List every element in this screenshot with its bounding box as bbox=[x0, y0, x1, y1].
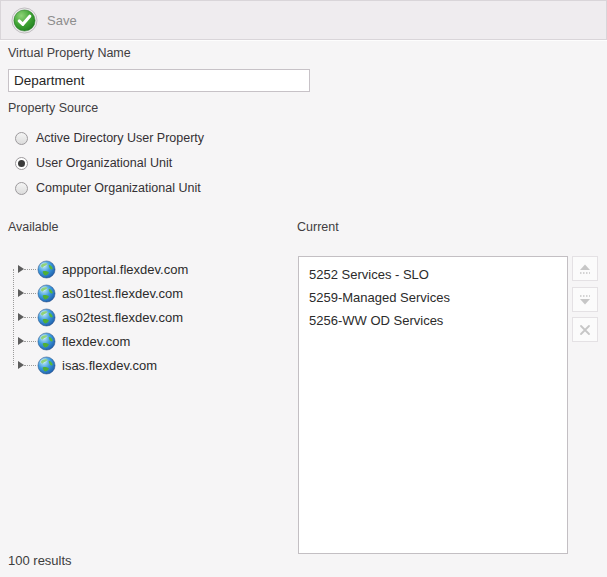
available-label: Available bbox=[8, 220, 59, 234]
results-count: 100 results bbox=[8, 553, 72, 568]
save-button-label: Save bbox=[47, 13, 77, 28]
arrow-down-icon bbox=[578, 293, 592, 307]
globe-icon bbox=[37, 356, 56, 375]
radio-circle-icon bbox=[15, 132, 28, 145]
tree-connector bbox=[24, 293, 36, 294]
current-listbox[interactable]: 5252 Services - SLO 5259-Managed Service… bbox=[298, 256, 568, 554]
globe-icon bbox=[37, 332, 56, 351]
list-item[interactable]: 5256-WW OD Services bbox=[299, 309, 567, 332]
list-item[interactable]: 5252 Services - SLO bbox=[299, 263, 567, 286]
tree-item-as01test[interactable]: as01test.flexdev.com bbox=[8, 281, 288, 305]
tree-connector bbox=[24, 365, 36, 366]
globe-icon bbox=[37, 284, 56, 303]
available-tree: appportal.flexdev.com as01test.flexdev.c… bbox=[8, 257, 288, 377]
virtual-property-name-input[interactable] bbox=[8, 69, 310, 92]
radio-label: User Organizational Unit bbox=[36, 156, 172, 170]
tree-item-label: as01test.flexdev.com bbox=[62, 286, 183, 301]
save-button[interactable]: Save bbox=[11, 6, 77, 34]
tree-item-label: flexdev.com bbox=[62, 334, 130, 349]
tree-item-flexdev[interactable]: flexdev.com bbox=[8, 329, 288, 353]
radio-user-organizational-unit[interactable]: User Organizational Unit bbox=[15, 152, 172, 174]
tree-item-label: as02test.flexdev.com bbox=[62, 310, 183, 325]
toolbar: Save bbox=[0, 0, 607, 40]
tree-item-label: isas.flexdev.com bbox=[62, 358, 157, 373]
tree-item-isas[interactable]: isas.flexdev.com bbox=[8, 353, 288, 377]
radio-circle-icon bbox=[15, 157, 28, 170]
check-circle-icon bbox=[11, 7, 38, 34]
radio-computer-organizational-unit[interactable]: Computer Organizational Unit bbox=[15, 177, 201, 199]
property-source-label: Property Source bbox=[8, 101, 98, 115]
list-item[interactable]: 5259-Managed Services bbox=[299, 286, 567, 309]
virtual-property-editor: Save Virtual Property Name Property Sour… bbox=[0, 0, 607, 577]
move-down-button[interactable] bbox=[572, 287, 598, 312]
tree-connector bbox=[24, 341, 36, 342]
radio-circle-icon bbox=[15, 182, 28, 195]
x-icon bbox=[578, 323, 592, 337]
globe-icon bbox=[37, 308, 56, 327]
radio-label: Computer Organizational Unit bbox=[36, 181, 201, 195]
move-up-button[interactable] bbox=[572, 256, 598, 281]
radio-active-directory-user-property[interactable]: Active Directory User Property bbox=[15, 127, 204, 149]
tree-connector bbox=[24, 317, 36, 318]
virtual-property-name-label: Virtual Property Name bbox=[8, 46, 131, 60]
globe-icon bbox=[37, 260, 56, 279]
radio-label: Active Directory User Property bbox=[36, 131, 204, 145]
arrow-up-icon bbox=[578, 262, 592, 276]
tree-connector bbox=[24, 269, 36, 270]
tree-item-as02test[interactable]: as02test.flexdev.com bbox=[8, 305, 288, 329]
tree-item-label: appportal.flexdev.com bbox=[62, 262, 188, 277]
current-label: Current bbox=[297, 220, 339, 234]
tree-item-appportal[interactable]: appportal.flexdev.com bbox=[8, 257, 288, 281]
remove-button[interactable] bbox=[572, 317, 598, 342]
